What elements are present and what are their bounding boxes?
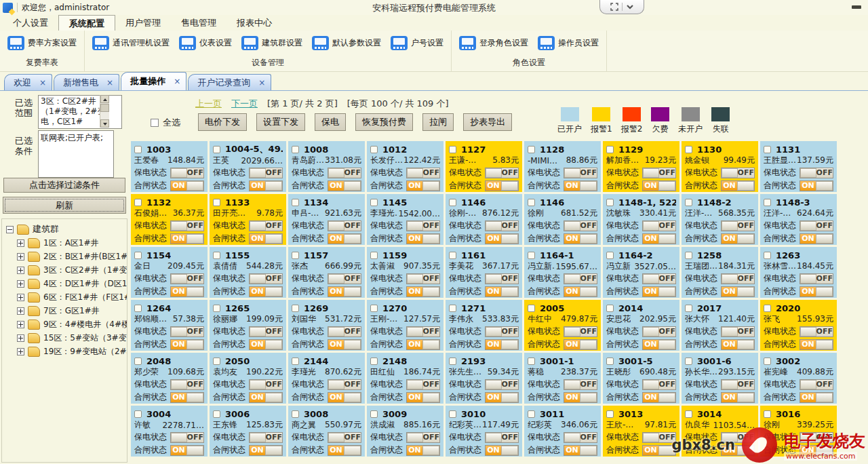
protect-toggle[interactable]: OFF [721, 379, 755, 390]
range-scrollbar[interactable] [100, 95, 109, 128]
protect-toggle[interactable]: OFF [170, 168, 204, 178]
expand-plus-icon[interactable] [17, 307, 24, 315]
meter-card[interactable]: 1148-1, 522 沈敏珠 330.41元 保电状态 OFF 合闸状态 ON [603, 194, 679, 245]
meter-card[interactable]: 3011 纪彩英 346.06元 保电状态 OFF 合闸状态 ON [524, 406, 601, 457]
protect-toggle[interactable]: OFF [406, 168, 440, 178]
card-checkbox[interactable] [292, 252, 299, 259]
protect-toggle[interactable]: OFF [249, 379, 283, 390]
meter-card[interactable]: 1012 长发仔… 122.42元 保电状态 OFF 合闸状态 ON [367, 141, 443, 192]
expand-plus-icon[interactable] [17, 294, 24, 301]
switch-toggle[interactable]: ON [170, 392, 204, 403]
tree-item[interactable]: 6区：F区1#井（F区1# [2, 290, 127, 304]
meter-card[interactable]: 1263 张林雪… 184.45元 保电状态 OFF 合闸状态 ON [760, 247, 837, 298]
tree-item[interactable]: 7区：G区1#井 [2, 304, 127, 317]
switch-toggle[interactable]: ON [721, 180, 755, 191]
protect-toggle[interactable]: OFF [564, 168, 597, 178]
action-button[interactable]: 抄表导出 [463, 113, 512, 131]
card-checkbox[interactable] [370, 357, 378, 365]
protect-toggle[interactable]: OFF [642, 273, 676, 284]
meter-card[interactable]: 1148-3 汪洋-… 624.64元 保电状态 OFF 合闸状态 ON [760, 194, 837, 245]
protect-toggle[interactable]: OFF [564, 220, 597, 231]
protect-toggle[interactable]: OFF [170, 379, 204, 390]
meter-card[interactable]: 2193 张先生… 59.34元 保电状态 OFF 合闸状态 ON [446, 353, 522, 404]
card-checkbox[interactable] [370, 305, 378, 312]
protect-toggle[interactable]: OFF [249, 326, 283, 337]
switch-toggle[interactable]: ON [328, 339, 361, 350]
action-button[interactable]: 设置下发 [256, 113, 305, 131]
card-checkbox[interactable] [213, 305, 220, 312]
protect-toggle[interactable]: OFF [170, 220, 204, 231]
protect-toggle[interactable]: OFF [800, 168, 833, 178]
chevron-down-icon[interactable] [626, 4, 634, 10]
card-checkbox[interactable] [449, 357, 456, 365]
ribbon-button[interactable]: 操作员设置 [533, 33, 604, 53]
switch-toggle[interactable]: ON [485, 339, 519, 350]
card-checkbox[interactable] [449, 305, 456, 312]
tree-item[interactable]: 3区：C区2#井（1#变电 [2, 263, 127, 277]
meter-card[interactable]: 1270 王刚-… 127.57元 保电状态 OFF 合闸状态 ON [367, 300, 443, 351]
card-checkbox[interactable] [292, 199, 299, 206]
card-checkbox[interactable] [528, 199, 535, 206]
tree-item[interactable]: 15区：5#变站（3#变电 [2, 331, 127, 345]
card-checkbox[interactable] [528, 146, 535, 153]
protect-toggle[interactable]: OFF [170, 432, 204, 443]
action-button[interactable]: 恢复预付费 [355, 113, 413, 131]
meter-card[interactable]: 3002 崔宪峰 409.88元 保电状态 OFF 合闸状态 ON [760, 353, 837, 404]
meter-card[interactable]: 3013 王欣-… 97.81元 保电状态 OFF 合闸状态 ON [603, 406, 679, 457]
ribbon-button[interactable]: 仪表设置 [174, 33, 237, 53]
card-checkbox[interactable] [449, 199, 456, 206]
meter-card[interactable]: 1129 解加香… 19.23元 保电状态 OFF 合闸状态 ON [603, 141, 679, 192]
switch-toggle[interactable]: ON [170, 339, 204, 350]
card-checkbox[interactable] [606, 146, 614, 153]
switch-toggle[interactable]: ON [642, 286, 676, 297]
switch-toggle[interactable]: ON [564, 339, 597, 350]
meter-card[interactable]: 2017 张大怀 121.40元 保电状态 OFF 合闸状态 ON [682, 300, 758, 351]
expand-plus-icon[interactable] [17, 280, 24, 288]
protect-toggle[interactable]: OFF [642, 326, 676, 337]
card-checkbox[interactable] [685, 410, 692, 418]
card-checkbox[interactable] [292, 146, 299, 153]
tree-item[interactable]: 1区：A区1#井 [2, 236, 127, 250]
switch-toggle[interactable]: ON [721, 233, 755, 244]
protect-toggle[interactable]: OFF [564, 379, 597, 390]
protect-toggle[interactable]: OFF [721, 168, 755, 178]
card-checkbox[interactable] [764, 410, 771, 418]
protect-toggle[interactable]: OFF [564, 432, 597, 443]
card-checkbox[interactable] [606, 252, 614, 259]
minimize-button[interactable] [852, 5, 861, 9]
meter-card[interactable]: 2020 张飞 155.93元 保电状态 OFF 合闸状态 ON [760, 300, 837, 351]
switch-toggle[interactable]: ON [406, 233, 440, 244]
protect-toggle[interactable]: OFF [249, 220, 283, 231]
close-icon[interactable]: × [39, 78, 46, 88]
card-checkbox[interactable] [528, 252, 535, 259]
meter-card[interactable]: 3010 纪彩英… 117.49元 保电状态 OFF 合闸状态 ON [446, 406, 522, 457]
protect-toggle[interactable]: OFF [328, 273, 361, 284]
switch-toggle[interactable]: ON [170, 233, 204, 244]
meter-card[interactable]: 1132 石俊娟… 36.37元 保电状态 OFF 合闸状态 ON [131, 194, 208, 245]
meter-card[interactable]: 2048 郑少荣 109.68元 保电状态 OFF 合闸状态 ON [131, 353, 208, 404]
card-checkbox[interactable] [370, 252, 378, 259]
switch-toggle[interactable]: ON [249, 445, 283, 456]
switch-toggle[interactable]: ON [564, 286, 597, 297]
protect-toggle[interactable]: OFF [170, 326, 204, 337]
protect-toggle[interactable]: OFF [485, 379, 519, 390]
expand-plus-icon[interactable] [17, 321, 24, 328]
protect-toggle[interactable]: OFF [328, 379, 361, 390]
menu-item[interactable]: 个人设置 [3, 15, 58, 31]
selected-range-box[interactable]: 3区：C区2#井（1#变电，2#变电，C区1# [38, 95, 122, 129]
meter-card[interactable]: 1264 郑锦顺… 57.38元 保电状态 OFF 合闸状态 ON [131, 300, 208, 351]
card-checkbox[interactable] [134, 146, 142, 153]
card-checkbox[interactable] [213, 357, 220, 365]
switch-toggle[interactable]: ON [406, 339, 440, 350]
card-checkbox[interactable] [764, 252, 771, 259]
protect-toggle[interactable]: OFF [249, 432, 283, 443]
protect-toggle[interactable]: OFF [642, 168, 676, 178]
meter-card[interactable]: 1008 青岛蔚… 331.08元 保电状态 OFF 合闸状态 ON [288, 141, 365, 192]
card-checkbox[interactable] [449, 252, 456, 259]
protect-toggle[interactable]: OFF [721, 326, 755, 337]
menu-item[interactable]: 系统配置 [58, 15, 115, 31]
switch-toggle[interactable]: ON [800, 392, 833, 403]
switch-toggle[interactable]: ON [642, 339, 676, 350]
switch-toggle[interactable]: ON [406, 392, 440, 403]
card-checkbox[interactable] [134, 357, 142, 365]
